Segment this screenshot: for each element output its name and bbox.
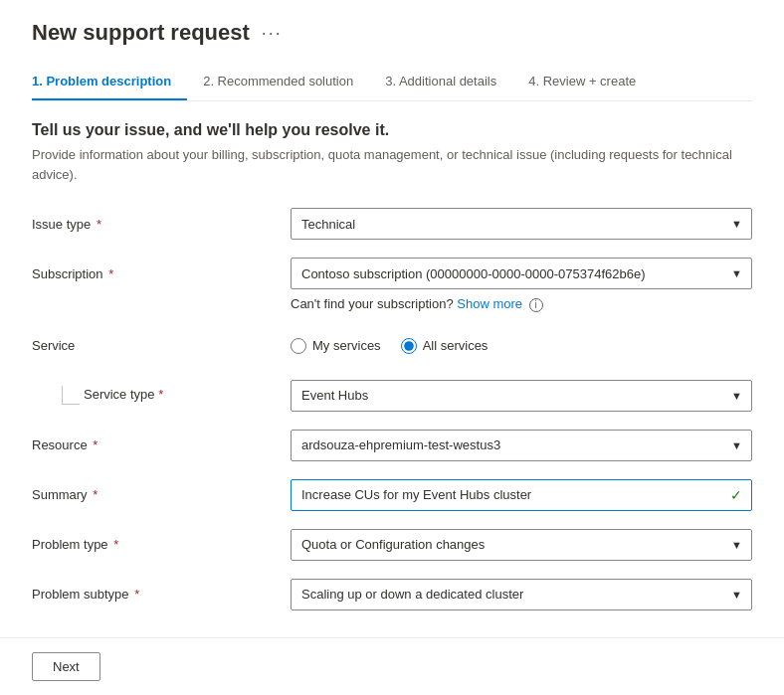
problem-type-dropdown-wrapper[interactable]: Quota or Configuration changes ▼: [291, 529, 752, 561]
resource-dropdown[interactable]: ardsouza-ehpremium-test-westus3: [291, 430, 752, 461]
service-type-dropdown[interactable]: Event Hubs: [291, 380, 752, 412]
summary-control: ✓: [291, 479, 752, 511]
resource-row: Resource * ardsouza-ehpremium-test-westu…: [32, 430, 752, 461]
checkmark-icon: ✓: [730, 487, 742, 503]
subscription-hint: Can't find your subscription? Show more …: [291, 296, 543, 311]
issue-type-dropdown-wrapper[interactable]: Technical ▼: [291, 208, 752, 240]
problem-subtype-label: Problem subtype *: [32, 587, 291, 602]
problem-type-control: Quota or Configuration changes ▼: [291, 529, 752, 561]
step-additional-details[interactable]: 3. Additional details: [385, 66, 512, 100]
issue-type-label: Issue type *: [32, 217, 291, 232]
subscription-control: Contoso subscription (00000000-0000-0000…: [291, 258, 752, 289]
service-type-label: Service type *: [84, 386, 163, 402]
my-services-radio[interactable]: [291, 338, 306, 354]
page-title: New support request: [32, 20, 250, 46]
subscription-dropdown[interactable]: Contoso subscription (00000000-0000-0000…: [291, 258, 752, 289]
section-heading: Tell us your issue, and we'll help you r…: [32, 121, 752, 139]
page-footer: Next: [0, 637, 784, 695]
step-problem-description[interactable]: 1. Problem description: [32, 66, 187, 100]
summary-input-wrapper: ✓: [291, 479, 752, 511]
my-services-option[interactable]: My services: [291, 338, 381, 354]
issue-type-dropdown[interactable]: Technical: [291, 208, 752, 240]
problem-subtype-dropdown[interactable]: Scaling up or down a dedicated cluster: [291, 579, 752, 610]
service-type-dropdown-wrapper[interactable]: Event Hubs ▼: [291, 380, 752, 412]
summary-label: Summary *: [32, 487, 291, 502]
show-more-link[interactable]: Show more: [457, 296, 522, 311]
indent-bracket: [42, 386, 80, 405]
problem-type-row: Problem type * Quota or Configuration ch…: [32, 529, 752, 561]
service-radio-group: My services All services: [291, 338, 752, 354]
problem-subtype-control: Scaling up or down a dedicated cluster ▼: [291, 579, 752, 610]
service-options: My services All services: [291, 338, 752, 354]
more-options-icon[interactable]: ···: [262, 23, 283, 44]
problem-type-dropdown[interactable]: Quota or Configuration changes: [291, 529, 752, 561]
problem-type-label: Problem type *: [32, 537, 291, 552]
service-label: Service: [32, 338, 291, 353]
resource-label: Resource *: [32, 437, 291, 452]
resource-control: ardsouza-ehpremium-test-westus3 ▼: [291, 430, 752, 461]
subscription-dropdown-wrapper[interactable]: Contoso subscription (00000000-0000-0000…: [291, 258, 752, 289]
subscription-label: Subscription *: [32, 266, 291, 281]
service-type-row: Service type * Event Hubs ▼: [32, 380, 752, 412]
resource-dropdown-wrapper[interactable]: ardsouza-ehpremium-test-westus3 ▼: [291, 430, 752, 461]
summary-input[interactable]: [291, 479, 752, 511]
info-icon[interactable]: i: [529, 298, 543, 312]
service-type-control: Event Hubs ▼: [291, 380, 752, 412]
service-type-indent: Service type *: [32, 386, 291, 405]
steps-nav: 1. Problem description 2. Recommended so…: [32, 66, 752, 101]
summary-row: Summary * ✓: [32, 479, 752, 511]
service-row: Service My services All services: [32, 330, 752, 362]
next-button[interactable]: Next: [32, 652, 100, 681]
all-services-option[interactable]: All services: [401, 338, 489, 354]
step-recommended-solution[interactable]: 2. Recommended solution: [203, 66, 369, 100]
step-review-create[interactable]: 4. Review + create: [528, 66, 652, 100]
issue-type-row: Issue type * Technical ▼: [32, 208, 752, 240]
issue-type-control: Technical ▼: [291, 208, 752, 240]
all-services-radio[interactable]: [401, 338, 417, 354]
subscription-row: Subscription * Contoso subscription (000…: [32, 258, 752, 312]
section-subtext: Provide information about your billing, …: [32, 145, 752, 184]
problem-subtype-dropdown-wrapper[interactable]: Scaling up or down a dedicated cluster ▼: [291, 579, 752, 610]
problem-subtype-row: Problem subtype * Scaling up or down a d…: [32, 579, 752, 610]
